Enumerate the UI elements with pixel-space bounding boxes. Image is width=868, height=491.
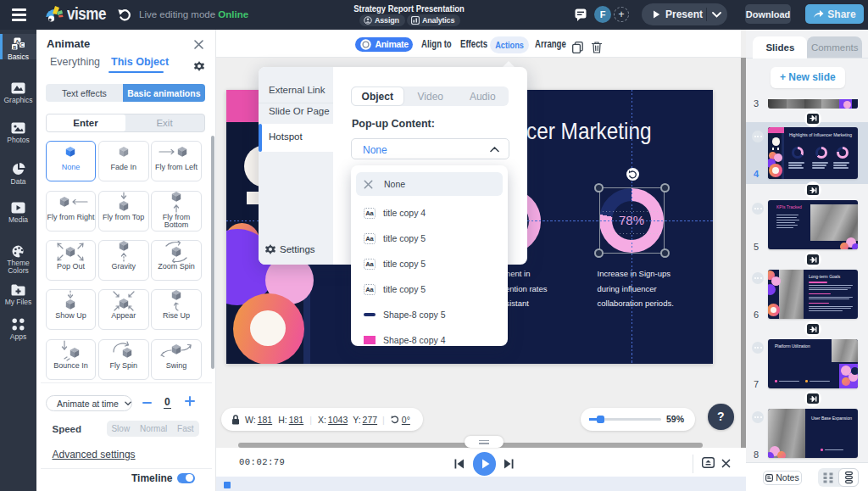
svg-text:C: C [20, 42, 24, 47]
svg-text:B: B [13, 45, 16, 50]
